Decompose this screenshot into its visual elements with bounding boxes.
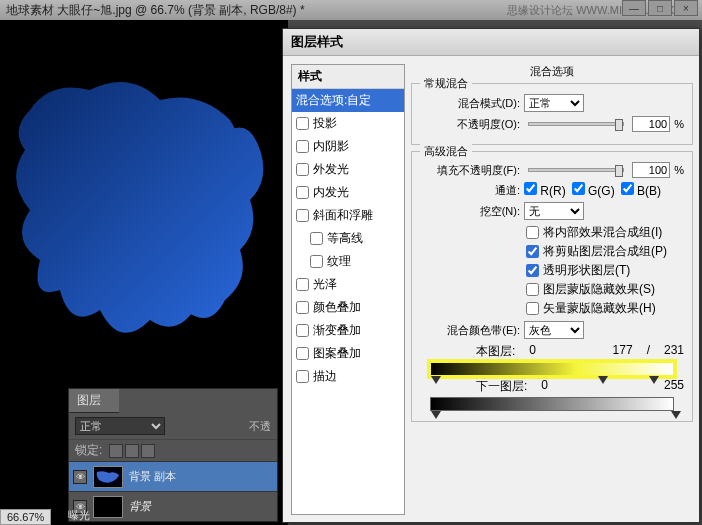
blend-if-label: 混合颜色带(E):	[420, 323, 520, 338]
style-label: 光泽	[313, 276, 337, 293]
percent-label: %	[674, 118, 684, 130]
layers-blend-row: 正常 不透	[69, 413, 277, 439]
this-layer-track[interactable]	[430, 362, 674, 376]
layers-panel: 图层 正常 不透 锁定: 👁 背景 副本 👁 背景	[68, 388, 278, 522]
style-item[interactable]: 混合选项:自定	[292, 89, 404, 112]
advanced-checkbox[interactable]	[526, 302, 539, 315]
style-label: 内发光	[313, 184, 349, 201]
style-label: 投影	[313, 115, 337, 132]
channel-g[interactable]: G(G)	[572, 182, 615, 198]
style-item[interactable]: 等高线	[292, 227, 404, 250]
style-checkbox[interactable]	[296, 140, 309, 153]
style-checkbox[interactable]	[296, 370, 309, 383]
style-item[interactable]: 内发光	[292, 181, 404, 204]
advanced-checkbox[interactable]	[526, 283, 539, 296]
style-checkbox[interactable]	[296, 347, 309, 360]
knockout-select[interactable]: 无	[524, 202, 584, 220]
style-item[interactable]: 投影	[292, 112, 404, 135]
minimize-button[interactable]: —	[622, 0, 646, 16]
style-checkbox[interactable]	[296, 278, 309, 291]
style-checkbox[interactable]	[296, 209, 309, 222]
visibility-icon[interactable]: 👁	[73, 470, 87, 484]
under-layer-label: 下一图层:	[476, 378, 527, 395]
window-controls: — □ ×	[622, 0, 698, 16]
style-checkbox[interactable]	[310, 232, 323, 245]
style-item[interactable]: 图案叠加	[292, 342, 404, 365]
advanced-option[interactable]: 矢量蒙版隐藏效果(H)	[526, 300, 684, 317]
channel-b[interactable]: B(B)	[621, 182, 661, 198]
style-item[interactable]: 外发光	[292, 158, 404, 181]
lock-icons	[109, 444, 155, 458]
layer-item-bg[interactable]: 👁 背景	[69, 491, 277, 521]
advanced-checkbox[interactable]	[526, 226, 539, 239]
styles-header: 样式	[292, 65, 404, 89]
style-label: 等高线	[327, 230, 363, 247]
style-checkbox[interactable]	[310, 255, 323, 268]
advanced-option[interactable]: 将剪贴图层混合成组(P)	[526, 243, 684, 260]
blend-mode-select[interactable]: 正常	[524, 94, 584, 112]
style-checkbox[interactable]	[296, 163, 309, 176]
dialog-title: 图层样式	[283, 29, 699, 56]
fill-opacity-slider[interactable]	[528, 168, 624, 172]
channel-r[interactable]: R(R)	[524, 182, 566, 198]
layer-blend-mode-select[interactable]: 正常	[75, 417, 165, 435]
style-label: 渐变叠加	[313, 322, 361, 339]
style-item[interactable]: 光泽	[292, 273, 404, 296]
style-item[interactable]: 描边	[292, 365, 404, 388]
document-title: 地球素材 大眼仔~旭.jpg @ 66.7% (背景 副本, RGB/8#) *	[6, 2, 305, 19]
style-item[interactable]: 内阴影	[292, 135, 404, 158]
advanced-blend-legend: 高级混合	[420, 144, 472, 159]
layers-tab[interactable]: 图层	[69, 389, 119, 413]
advanced-option[interactable]: 图层蒙版隐藏效果(S)	[526, 281, 684, 298]
layer-item-copy[interactable]: 👁 背景 副本	[69, 461, 277, 491]
document-titlebar: 地球素材 大眼仔~旭.jpg @ 66.7% (背景 副本, RGB/8#) *…	[0, 0, 702, 20]
advanced-option[interactable]: 将内部效果混合成组(I)	[526, 224, 684, 241]
blend-if-select[interactable]: 灰色	[524, 321, 584, 339]
maximize-button[interactable]: □	[648, 0, 672, 16]
lock-position-icon[interactable]	[125, 444, 139, 458]
advanced-label: 将剪贴图层混合成组(P)	[543, 243, 667, 260]
advanced-label: 矢量蒙版隐藏效果(H)	[543, 300, 656, 317]
world-map-image	[0, 50, 288, 380]
lock-label: 锁定:	[75, 442, 102, 459]
zoom-indicator[interactable]: 66.67%	[0, 509, 51, 525]
style-item[interactable]: 纹理	[292, 250, 404, 273]
styles-list: 样式 混合选项:自定投影内阴影外发光内发光斜面和浮雕等高线纹理光泽颜色叠加渐变叠…	[291, 64, 405, 515]
blend-options-column: 混合选项 常规混合 混合模式(D): 正常 不透明度(O): % 高级混合 填充…	[409, 56, 699, 523]
style-item[interactable]: 斜面和浮雕	[292, 204, 404, 227]
lock-pixels-icon[interactable]	[109, 444, 123, 458]
style-checkbox[interactable]	[296, 301, 309, 314]
style-checkbox[interactable]	[296, 186, 309, 199]
style-checkbox[interactable]	[296, 324, 309, 337]
this-layer-row: 本图层: 0 177 / 231	[476, 343, 684, 360]
layer-name: 背景	[129, 499, 151, 514]
layer-opacity-label: 不透	[249, 419, 271, 434]
under-layer-track[interactable]	[430, 397, 674, 411]
style-label: 外发光	[313, 161, 349, 178]
advanced-option[interactable]: 透明形状图层(T)	[526, 262, 684, 279]
style-checkbox[interactable]	[296, 117, 309, 130]
normal-blend-legend: 常规混合	[420, 76, 472, 91]
this-layer-label: 本图层:	[476, 343, 515, 360]
lock-all-icon[interactable]	[141, 444, 155, 458]
advanced-label: 透明形状图层(T)	[543, 262, 630, 279]
style-label: 混合选项:自定	[296, 92, 371, 109]
style-label: 图案叠加	[313, 345, 361, 362]
advanced-label: 图层蒙版隐藏效果(S)	[543, 281, 655, 298]
opacity-input[interactable]	[632, 116, 670, 132]
style-item[interactable]: 颜色叠加	[292, 296, 404, 319]
opacity-label: 不透明度(O):	[420, 117, 520, 132]
style-label: 描边	[313, 368, 337, 385]
percent-label: %	[674, 164, 684, 176]
style-item[interactable]: 渐变叠加	[292, 319, 404, 342]
layer-style-dialog: 图层样式 样式 混合选项:自定投影内阴影外发光内发光斜面和浮雕等高线纹理光泽颜色…	[282, 28, 700, 523]
layer-thumbnail[interactable]	[93, 496, 123, 518]
advanced-label: 将内部效果混合成组(I)	[543, 224, 662, 241]
fill-opacity-input[interactable]	[632, 162, 670, 178]
close-button[interactable]: ×	[674, 0, 698, 16]
opacity-slider[interactable]	[528, 122, 624, 126]
advanced-checkbox[interactable]	[526, 245, 539, 258]
layer-thumbnail[interactable]	[93, 466, 123, 488]
knockout-label: 挖空(N):	[420, 204, 520, 219]
advanced-checkbox[interactable]	[526, 264, 539, 277]
